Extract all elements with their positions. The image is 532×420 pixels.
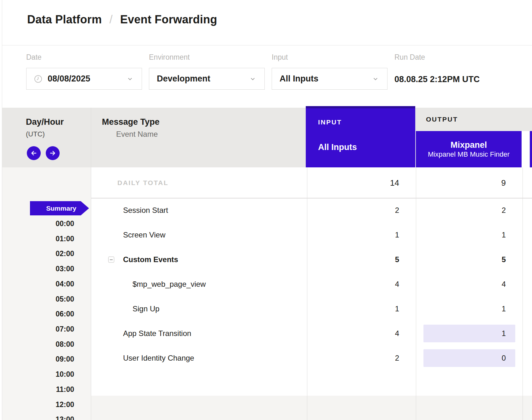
input-filter-label: Input <box>272 53 288 62</box>
highlighted-output-cell: 0 <box>423 349 515 367</box>
hour-item-03[interactable]: 03:00 <box>56 265 74 273</box>
chevron-down-icon <box>126 76 134 81</box>
output-cell-value: 1 <box>502 304 506 313</box>
hour-item-11[interactable]: 11:00 <box>56 385 74 393</box>
input-dropdown-value: All Inputs <box>280 74 371 84</box>
summary-badge[interactable]: Summary <box>30 201 89 215</box>
chevron-down-icon <box>249 76 257 81</box>
arrow-right-icon <box>49 149 56 157</box>
output-cell-value: 4 <box>502 280 506 289</box>
input-eyebrow: INPUT <box>318 118 342 126</box>
next-output-column-partial <box>530 131 532 167</box>
row-label: Screen View <box>123 231 165 239</box>
next-day-button[interactable] <box>46 146 60 160</box>
hour-item-05[interactable]: 05:00 <box>56 295 74 303</box>
input-cell-value: 4 <box>395 280 399 289</box>
event-name-subheader: Event Name <box>116 130 158 139</box>
output-column-title: Mixpanel <box>451 141 487 149</box>
hour-item-02[interactable]: 02:00 <box>56 249 74 258</box>
hour-item-07[interactable]: 07:00 <box>56 325 74 333</box>
hour-item-01[interactable]: 01:00 <box>56 235 74 243</box>
row-label: Session Start <box>123 206 168 215</box>
day-hour-header: Day/Hour <box>26 117 64 127</box>
table-row: Screen View 1 1 <box>91 223 532 247</box>
hour-item-06[interactable]: 06:00 <box>56 310 74 318</box>
rail-column-border <box>91 108 91 420</box>
input-cell-value: 2 <box>395 206 399 215</box>
output-column-border <box>416 167 416 420</box>
date-filter-label: Date <box>26 53 42 62</box>
daily-total-input-value: 14 <box>390 178 399 188</box>
table-footer-band <box>91 396 532 420</box>
input-dropdown[interactable]: All Inputs <box>272 68 387 90</box>
row-label: Custom Events <box>123 255 178 264</box>
input-header-accent-strip <box>306 106 415 108</box>
highlighted-output-cell: 1 <box>423 325 515 342</box>
chevron-down-icon <box>371 76 380 81</box>
date-dropdown[interactable]: 08/08/2025 <box>26 68 142 90</box>
breadcrumb-separator: / <box>109 13 113 26</box>
table-row: User Identity Change 2 0 <box>91 346 532 370</box>
row-label: Sign Up <box>133 304 159 313</box>
breadcrumb-data-platform[interactable]: Data Platform <box>27 13 102 26</box>
row-label: App State Transition <box>123 329 191 338</box>
input-cell-value: 2 <box>395 354 399 363</box>
breadcrumb: Data Platform / Event Forwarding <box>27 13 217 27</box>
message-type-header: Message Type <box>102 117 160 127</box>
environment-dropdown-value: Development <box>157 74 249 84</box>
output-column-subtitle: Mixpanel MB Music Finder <box>428 151 510 158</box>
output-eyebrow: OUTPUT <box>426 116 458 123</box>
environment-dropdown[interactable]: Development <box>149 68 265 90</box>
table-row: Sign Up 1 1 <box>91 297 532 321</box>
header-divider <box>2 45 532 45</box>
clock-icon <box>34 75 42 83</box>
table-row: Session Start 2 2 <box>91 198 532 223</box>
run-date-value: 08.08.25 2:12PM UTC <box>394 75 480 84</box>
hour-item-13[interactable]: 13:00 <box>56 415 74 420</box>
input-cell-value: 4 <box>395 329 399 338</box>
daily-total-label: DAILY TOTAL <box>117 179 168 187</box>
previous-day-button[interactable] <box>27 146 41 160</box>
input-column-border <box>307 167 307 420</box>
next-column-border <box>523 167 523 420</box>
input-column-header <box>306 106 415 167</box>
table-row: App State Transition 4 1 <box>91 321 532 346</box>
output-cell-value: 1 <box>502 231 506 239</box>
table-row: $mp_web_page_view 4 4 <box>91 272 532 297</box>
row-label: User Identity Change <box>123 354 194 363</box>
output-cell-value: 0 <box>502 354 506 363</box>
hour-item-04[interactable]: 04:00 <box>56 280 74 288</box>
environment-filter-label: Environment <box>149 53 190 62</box>
hour-item-12[interactable]: 12:00 <box>56 400 74 409</box>
breadcrumb-event-forwarding: Event Forwarding <box>120 13 217 26</box>
hour-rail: Summary 00:00 01:00 02:00 03:00 04:00 05… <box>2 167 91 420</box>
hour-item-00[interactable]: 00:00 <box>56 219 74 228</box>
daily-total-output-value: 9 <box>501 178 506 188</box>
hour-item-09[interactable]: 09:00 <box>56 355 74 363</box>
output-cell-value: 2 <box>502 206 506 215</box>
output-cell-value: 5 <box>502 255 506 264</box>
input-cell-value: 1 <box>395 231 399 239</box>
event-forwarding-page: Data Platform / Event Forwarding Date En… <box>0 0 532 420</box>
table-row-custom-events: Custom Events 5 5 <box>91 247 532 272</box>
hour-item-08[interactable]: 08:00 <box>56 340 74 348</box>
daily-total-row: DAILY TOTAL 14 9 <box>91 167 532 198</box>
collapse-icon[interactable] <box>108 257 114 263</box>
input-cell-value: 5 <box>395 255 399 264</box>
arrow-left-icon <box>30 149 38 157</box>
row-label: $mp_web_page_view <box>133 280 206 289</box>
hour-item-10[interactable]: 10:00 <box>56 370 74 378</box>
date-dropdown-value: 08/08/2025 <box>48 74 126 84</box>
output-column-header[interactable]: Mixpanel Mixpanel MB Music Finder <box>416 131 522 167</box>
input-cell-value: 1 <box>395 304 399 313</box>
run-date-label: Run Date <box>394 53 425 62</box>
day-hour-timezone: (UTC) <box>26 130 45 138</box>
output-cell-value: 1 <box>502 329 506 338</box>
input-column-title: All Inputs <box>318 142 357 152</box>
